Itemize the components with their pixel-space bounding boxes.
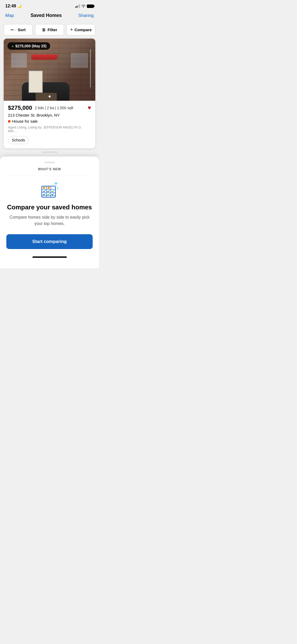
listing-address: 213 Chester St, Brooklyn, NY [8,113,91,117]
svg-point-14 [57,188,58,189]
wifi-icon [81,4,86,8]
status-time: 12:49 [5,4,16,8]
compare-feature-icon [6,181,93,199]
whats-new-label: WHAT'S NEW [6,167,93,176]
favorite-heart-icon[interactable]: ♥ [88,104,91,111]
carousel-dot [49,95,51,98]
sort-label: Sort [18,27,26,32]
status-bar: 12:49 🌙 [0,0,99,11]
sort-icon: ↓ [11,28,16,31]
type-dot-icon [8,120,11,123]
schools-button[interactable]: Schools [8,136,29,144]
listing-price-row: $275,000 2 bds | 2 ba | 1,500 sqft ♥ [8,104,91,111]
scroll-indicator [0,148,99,154]
page-title: Saved Homes [31,13,62,18]
listing-specs: 2 bds | 2 ba | 1,500 sqft [35,106,73,110]
svg-point-3 [43,28,44,29]
status-icons [75,4,94,8]
scroll-pill [42,151,58,153]
svg-point-4 [44,29,45,30]
svg-point-12 [43,187,45,189]
price-badge-text: $275,000 (May 25) [15,44,46,48]
sort-button[interactable]: ↓ Sort [4,24,32,35]
listing-card[interactable]: ▲ $275,000 (May 25) $275,000 2 bds | 2 b… [4,39,95,148]
compare-title: Compare your saved homes [6,204,93,211]
compare-homes-icon [39,181,60,199]
bottom-sheet: WHAT'S NEW [0,157,99,268]
filter-button[interactable]: Filter [35,24,64,35]
schools-label: Schools [12,138,25,142]
battery-icon [87,4,94,8]
sheet-handle [44,162,55,163]
filter-label: Filter [48,27,57,32]
compare-plus-icon: + [70,27,73,33]
svg-point-13 [48,187,50,189]
listing-type-label: House for sale [12,119,38,123]
compare-button[interactable]: + Compare [67,24,95,35]
listing-image: ▲ $275,000 (May 25) [4,39,95,101]
home-indicator [6,254,93,258]
svg-point-5 [43,30,44,31]
listing-type: House for sale [8,119,91,123]
compare-label: Compare [74,27,92,32]
sharing-link[interactable]: Sharing [78,13,94,18]
start-comparing-button[interactable]: Start comparing [6,234,93,249]
price-badge: ▲ $275,000 (May 25) [7,42,50,50]
home-bar [32,256,67,258]
price-arrow-icon: ▲ [11,44,14,48]
filter-icon [42,28,46,32]
map-link[interactable]: Map [5,13,14,18]
filter-bar: ↓ Sort Filter + Compare [0,22,99,39]
listing-info: $275,000 2 bds | 2 ba | 1,500 sqft ♥ 213… [4,101,95,148]
listing-price: $275,000 [8,104,32,111]
signal-bars-icon [75,4,80,8]
moon-icon: 🌙 [17,4,22,8]
listing-agent: Agent Listing, Listing by: JEFFERSON ANG… [8,126,91,133]
listing-price-details: $275,000 2 bds | 2 ba | 1,500 sqft [8,104,73,111]
compare-description: Compare homes side by side to easily pic… [6,214,93,227]
header-nav: Map Saved Homes Sharing [0,11,99,22]
